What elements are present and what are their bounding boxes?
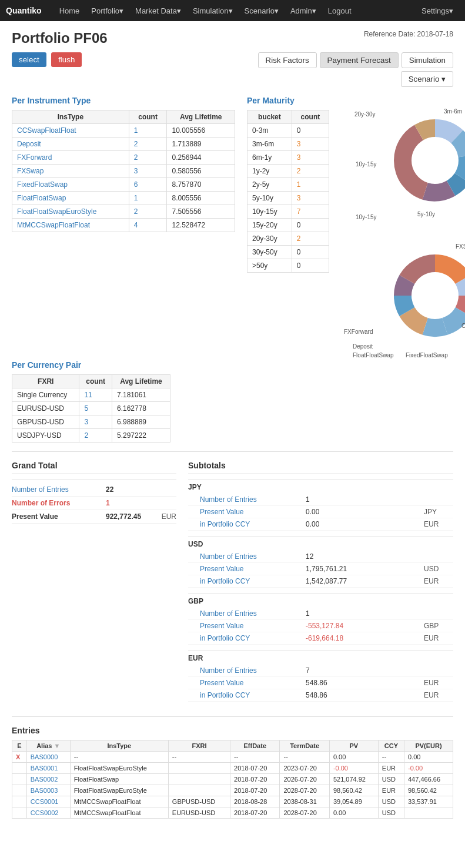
entry-alias: BAS0002 bbox=[26, 774, 70, 785]
entries-label: Number of Entries bbox=[12, 485, 106, 494]
instrument-row: FloatFloatSwapEuroStyle 2 7.505556 bbox=[12, 205, 235, 219]
sub-value: 7 bbox=[306, 666, 424, 675]
currency-group: USD Number of Entries 12 Present Value 1… bbox=[188, 537, 453, 588]
sub-ccy: JPY bbox=[424, 508, 453, 516]
sub-label: Number of Entries bbox=[188, 495, 306, 504]
label-3m-6m: 3m-6m bbox=[444, 108, 462, 115]
nav-scenario[interactable]: Scenario ▾ bbox=[239, 0, 285, 21]
mat-count: 7 bbox=[292, 205, 329, 219]
instr-count: 6 bbox=[129, 178, 167, 192]
subtotal-row: in Portfolio CCY 548.86 EUR bbox=[188, 689, 453, 702]
per-maturity-title: Per Maturity bbox=[247, 96, 329, 105]
subtotal-row: Number of Entries 1 bbox=[188, 608, 453, 620]
entry-effdate: -- bbox=[230, 752, 280, 763]
mat-count: 0 bbox=[292, 246, 329, 259]
left-tables: Per Instrument Type InsType count Avg Li… bbox=[12, 96, 235, 360]
entry-termdate: 2026-07-20 bbox=[280, 774, 329, 785]
entries-col-header: PV bbox=[329, 740, 378, 752]
entry-ccy: EUR bbox=[378, 785, 404, 796]
instrument-row: FXForward 2 0.256944 bbox=[12, 151, 235, 165]
col-avg-lifetime: Avg Lifetime bbox=[167, 110, 235, 124]
payment-forecast-button[interactable]: Payment Forecast bbox=[320, 52, 399, 68]
sub-ccy: EUR bbox=[424, 691, 453, 699]
entry-row: BAS0003 FloatFloatSwapEuroStyle 2018-07-… bbox=[12, 785, 453, 796]
mat-count: 3 bbox=[292, 151, 329, 165]
bucket: >50y bbox=[247, 259, 292, 273]
maturity-row: >50y 0 bbox=[247, 259, 329, 273]
nav-market-data[interactable]: Market Data ▾ bbox=[129, 0, 187, 21]
mat-count: 0 bbox=[292, 124, 329, 138]
risk-factors-button[interactable]: Risk Factors bbox=[258, 52, 317, 68]
nav-simulation[interactable]: Simulation ▾ bbox=[187, 0, 239, 21]
pv-currency: EUR bbox=[162, 512, 176, 521]
entry-instype: FloatFloatSwapEuroStyle bbox=[70, 785, 168, 796]
subtotal-row: Number of Entries 7 bbox=[188, 665, 453, 677]
label-5y-10y: 5y-10y bbox=[417, 211, 435, 217]
instrument-row: FloatFloatSwap 1 8.005556 bbox=[12, 192, 235, 205]
sub-value: 1 bbox=[306, 609, 424, 618]
chart2-label-fixedfloat: FixedFloatSwap bbox=[406, 352, 448, 358]
sub-label: Present Value bbox=[188, 508, 306, 516]
sub-value: 1 bbox=[306, 495, 424, 504]
subtotals-container: JPY Number of Entries 1 Present Value 0.… bbox=[188, 480, 453, 702]
nav-logout[interactable]: Logout bbox=[322, 0, 357, 21]
chart2-label-fxswap: FXSwap bbox=[456, 243, 465, 250]
ccy-pair-row: EURUSD-USD 5 6.162778 bbox=[12, 402, 170, 415]
bucket: 10y-15y bbox=[247, 205, 292, 219]
entry-pveur: -0.00 bbox=[404, 763, 453, 774]
entries-col-header: TermDate bbox=[280, 740, 329, 752]
entries-section: Entries EAlias ▼InsTypeFXRIEffDateTermDa… bbox=[12, 726, 453, 819]
instr-count: 2 bbox=[129, 205, 167, 219]
nav-admin[interactable]: Admin ▾ bbox=[285, 0, 322, 21]
sub-ccy: EUR bbox=[424, 634, 453, 642]
sub-value: 0.00 bbox=[306, 520, 424, 528]
nav-settings[interactable]: Settings ▾ bbox=[416, 0, 459, 21]
instrument-row: Deposit 2 1.713889 bbox=[12, 138, 235, 151]
sub-label: in Portfolio CCY bbox=[188, 520, 306, 528]
subtotals-title: Subtotals bbox=[188, 461, 453, 474]
scenario-button[interactable]: Scenario ▾ bbox=[401, 71, 453, 87]
per-currency-pair-table: FXRI count Avg Lifetime Single Currency … bbox=[12, 374, 170, 443]
instr-type: FloatFloatSwapEuroStyle bbox=[12, 205, 129, 219]
entries-col-header: PV(EUR) bbox=[404, 740, 453, 752]
bucket: 2y-5y bbox=[247, 178, 292, 192]
instrument-row: FixedFloatSwap 6 8.757870 bbox=[12, 178, 235, 192]
instr-count: 4 bbox=[129, 219, 167, 232]
entry-pveur: 0.00 bbox=[404, 752, 453, 763]
nav-portfolio[interactable]: Portfolio ▾ bbox=[85, 0, 129, 21]
col-count: count bbox=[79, 375, 112, 388]
entry-effdate: 2018-07-20 bbox=[230, 785, 280, 796]
select-button[interactable]: select bbox=[12, 52, 46, 67]
errors-row: Number of Errors 1 bbox=[12, 497, 176, 510]
currency-group: EUR Number of Entries 7 Present Value 54… bbox=[188, 651, 453, 702]
entry-termdate: 2028-07-20 bbox=[280, 807, 329, 819]
nav-home[interactable]: Home bbox=[53, 0, 86, 21]
entries-table: EAlias ▼InsTypeFXRIEffDateTermDatePVCCYP… bbox=[12, 740, 453, 819]
entry-instype: MtMCCSwapFloatFloat bbox=[70, 807, 168, 819]
instr-avg-lifetime: 7.505556 bbox=[167, 205, 235, 219]
errors-label: Number of Errors bbox=[12, 499, 106, 507]
errors-value: 1 bbox=[106, 499, 176, 507]
entries-col-header: FXRI bbox=[168, 740, 230, 752]
instr-avg-lifetime: 8.005556 bbox=[167, 192, 235, 205]
maturity-row: 5y-10y 3 bbox=[247, 192, 329, 205]
instrument-row: CCSwapFloatFloat 1 10.005556 bbox=[12, 124, 235, 138]
totals-section: Grand Total Number of Entries 22 Number … bbox=[12, 461, 453, 708]
col-fxri: FXRI bbox=[12, 375, 79, 388]
instrument-donut-chart: FXSwap FloatFloatSwapEuroStyle Deposit M… bbox=[341, 231, 465, 360]
maturity-row: 30y-50y 0 bbox=[247, 246, 329, 259]
per-maturity-table: bucket count 0-3m 0 3m-6m 3 6m-1y 3 1y-2… bbox=[247, 110, 329, 273]
label-20y-30y: 20y-30y bbox=[354, 111, 376, 118]
maturity-row: 10y-15y 7 bbox=[247, 205, 329, 219]
entry-fxri bbox=[168, 774, 230, 785]
simulation-button[interactable]: Simulation bbox=[402, 52, 453, 68]
navbar-brand[interactable]: Quantiko bbox=[6, 6, 42, 15]
page-title: Portfolio PF06 bbox=[12, 30, 108, 46]
sub-ccy bbox=[424, 552, 453, 561]
currency-label: JPY bbox=[188, 483, 453, 491]
flush-button[interactable]: flush bbox=[51, 52, 82, 67]
maturity-donut-chart: 3m-6m 6m-1y 1y-2y 2y-5y 5y-10y 10y-15y 2… bbox=[353, 96, 465, 225]
grand-total-title: Grand Total bbox=[12, 461, 176, 474]
entry-alias: CCS0001 bbox=[26, 796, 70, 807]
ccy-pair-row: Single Currency 11 7.181061 bbox=[12, 388, 170, 402]
